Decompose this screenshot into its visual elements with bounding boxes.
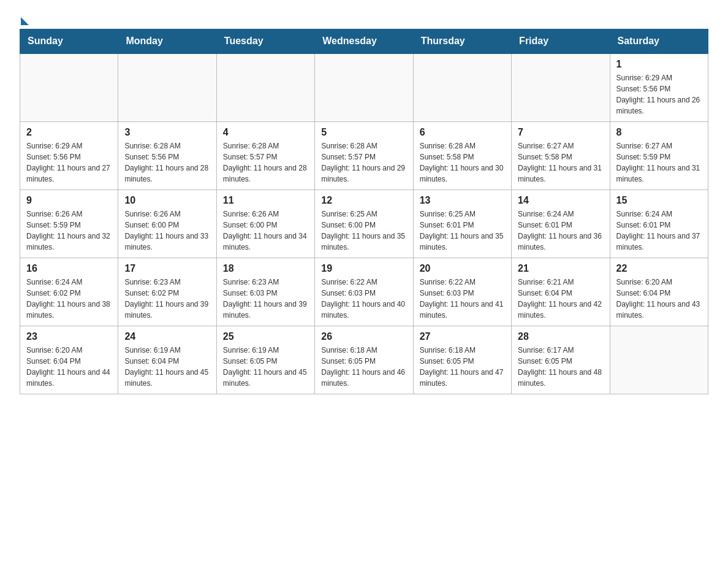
day-info: Sunrise: 6:20 AM Sunset: 6:04 PM Dayligh…	[616, 277, 702, 321]
day-number: 11	[223, 195, 308, 206]
day-info: Sunrise: 6:29 AM Sunset: 5:56 PM Dayligh…	[616, 72, 702, 117]
weekday-header-tuesday: Tuesday	[216, 29, 314, 54]
day-number: 3	[124, 127, 210, 138]
day-number: 4	[223, 127, 308, 138]
day-info: Sunrise: 6:26 AM Sunset: 6:00 PM Dayligh…	[223, 209, 308, 253]
day-info: Sunrise: 6:28 AM Sunset: 5:57 PM Dayligh…	[223, 140, 308, 185]
calendar-week-row: 23Sunrise: 6:20 AM Sunset: 6:04 PM Dayli…	[20, 326, 708, 394]
calendar-week-row: 1Sunrise: 6:29 AM Sunset: 5:56 PM Daylig…	[20, 53, 708, 122]
day-number: 18	[223, 263, 308, 274]
weekday-header-thursday: Thursday	[413, 29, 511, 54]
day-number: 14	[518, 195, 603, 206]
weekday-header-wednesday: Wednesday	[315, 29, 413, 54]
day-number: 23	[26, 331, 112, 342]
weekday-header-monday: Monday	[118, 29, 216, 54]
calendar-cell	[216, 53, 314, 122]
calendar-cell: 1Sunrise: 6:29 AM Sunset: 5:56 PM Daylig…	[610, 53, 708, 122]
logo-triangle-icon	[21, 17, 29, 25]
calendar-cell: 14Sunrise: 6:24 AM Sunset: 6:01 PM Dayli…	[512, 190, 610, 258]
calendar-cell: 2Sunrise: 6:29 AM Sunset: 5:56 PM Daylig…	[20, 122, 118, 190]
calendar-cell: 8Sunrise: 6:27 AM Sunset: 5:59 PM Daylig…	[610, 122, 708, 190]
logo	[20, 15, 29, 23]
calendar-cell: 19Sunrise: 6:22 AM Sunset: 6:03 PM Dayli…	[315, 258, 413, 326]
weekday-header-saturday: Saturday	[610, 29, 708, 54]
day-info: Sunrise: 6:19 AM Sunset: 6:05 PM Dayligh…	[223, 345, 308, 389]
day-number: 16	[26, 263, 112, 274]
day-number: 15	[616, 195, 702, 206]
calendar-cell	[118, 53, 216, 122]
calendar-cell: 27Sunrise: 6:18 AM Sunset: 6:05 PM Dayli…	[413, 326, 511, 394]
day-number: 1	[616, 59, 702, 70]
day-number: 9	[26, 195, 112, 206]
day-info: Sunrise: 6:21 AM Sunset: 6:04 PM Dayligh…	[518, 277, 603, 321]
day-info: Sunrise: 6:29 AM Sunset: 5:56 PM Dayligh…	[26, 140, 112, 185]
calendar-cell: 9Sunrise: 6:26 AM Sunset: 5:59 PM Daylig…	[20, 190, 118, 258]
calendar-week-row: 2Sunrise: 6:29 AM Sunset: 5:56 PM Daylig…	[20, 122, 708, 190]
calendar-cell	[315, 53, 413, 122]
day-number: 6	[420, 127, 505, 138]
calendar-cell: 25Sunrise: 6:19 AM Sunset: 6:05 PM Dayli…	[216, 326, 314, 394]
day-number: 19	[321, 263, 406, 274]
day-info: Sunrise: 6:19 AM Sunset: 6:04 PM Dayligh…	[124, 345, 210, 389]
day-number: 24	[124, 331, 210, 342]
calendar-cell: 15Sunrise: 6:24 AM Sunset: 6:01 PM Dayli…	[610, 190, 708, 258]
day-number: 28	[518, 331, 603, 342]
day-info: Sunrise: 6:28 AM Sunset: 5:58 PM Dayligh…	[420, 140, 505, 185]
day-info: Sunrise: 6:24 AM Sunset: 6:01 PM Dayligh…	[518, 209, 603, 253]
day-info: Sunrise: 6:27 AM Sunset: 5:59 PM Dayligh…	[616, 140, 702, 185]
weekday-header-row: SundayMondayTuesdayWednesdayThursdayFrid…	[20, 29, 708, 54]
day-info: Sunrise: 6:17 AM Sunset: 6:05 PM Dayligh…	[518, 345, 603, 389]
day-info: Sunrise: 6:23 AM Sunset: 6:02 PM Dayligh…	[124, 277, 210, 321]
calendar-cell: 4Sunrise: 6:28 AM Sunset: 5:57 PM Daylig…	[216, 122, 314, 190]
day-number: 5	[321, 127, 406, 138]
day-number: 17	[124, 263, 210, 274]
day-info: Sunrise: 6:26 AM Sunset: 6:00 PM Dayligh…	[124, 209, 210, 253]
day-number: 2	[26, 127, 112, 138]
calendar-cell: 21Sunrise: 6:21 AM Sunset: 6:04 PM Dayli…	[512, 258, 610, 326]
day-info: Sunrise: 6:23 AM Sunset: 6:03 PM Dayligh…	[223, 277, 308, 321]
calendar-cell: 20Sunrise: 6:22 AM Sunset: 6:03 PM Dayli…	[413, 258, 511, 326]
weekday-header-sunday: Sunday	[20, 29, 118, 54]
calendar-cell: 18Sunrise: 6:23 AM Sunset: 6:03 PM Dayli…	[216, 258, 314, 326]
day-number: 27	[420, 331, 505, 342]
day-info: Sunrise: 6:18 AM Sunset: 6:05 PM Dayligh…	[321, 345, 406, 389]
calendar-cell: 22Sunrise: 6:20 AM Sunset: 6:04 PM Dayli…	[610, 258, 708, 326]
day-info: Sunrise: 6:24 AM Sunset: 6:02 PM Dayligh…	[26, 277, 112, 321]
day-number: 10	[124, 195, 210, 206]
calendar-cell: 26Sunrise: 6:18 AM Sunset: 6:05 PM Dayli…	[315, 326, 413, 394]
weekday-header-friday: Friday	[512, 29, 610, 54]
day-number: 22	[616, 263, 702, 274]
day-info: Sunrise: 6:28 AM Sunset: 5:56 PM Dayligh…	[124, 140, 210, 185]
calendar-cell: 6Sunrise: 6:28 AM Sunset: 5:58 PM Daylig…	[413, 122, 511, 190]
day-number: 25	[223, 331, 308, 342]
calendar-cell	[20, 53, 118, 122]
calendar-week-row: 16Sunrise: 6:24 AM Sunset: 6:02 PM Dayli…	[20, 258, 708, 326]
day-number: 7	[518, 127, 603, 138]
calendar-cell: 17Sunrise: 6:23 AM Sunset: 6:02 PM Dayli…	[118, 258, 216, 326]
calendar-cell	[610, 326, 708, 394]
calendar-cell: 16Sunrise: 6:24 AM Sunset: 6:02 PM Dayli…	[20, 258, 118, 326]
calendar-cell: 5Sunrise: 6:28 AM Sunset: 5:57 PM Daylig…	[315, 122, 413, 190]
day-info: Sunrise: 6:20 AM Sunset: 6:04 PM Dayligh…	[26, 345, 112, 389]
calendar-cell: 28Sunrise: 6:17 AM Sunset: 6:05 PM Dayli…	[512, 326, 610, 394]
calendar-table: SundayMondayTuesdayWednesdayThursdayFrid…	[20, 29, 708, 394]
day-info: Sunrise: 6:25 AM Sunset: 6:00 PM Dayligh…	[321, 209, 406, 253]
day-number: 21	[518, 263, 603, 274]
calendar-cell: 13Sunrise: 6:25 AM Sunset: 6:01 PM Dayli…	[413, 190, 511, 258]
calendar-cell	[413, 53, 511, 122]
day-info: Sunrise: 6:18 AM Sunset: 6:05 PM Dayligh…	[420, 345, 505, 389]
day-info: Sunrise: 6:24 AM Sunset: 6:01 PM Dayligh…	[616, 209, 702, 253]
calendar-cell: 12Sunrise: 6:25 AM Sunset: 6:00 PM Dayli…	[315, 190, 413, 258]
day-info: Sunrise: 6:28 AM Sunset: 5:57 PM Dayligh…	[321, 140, 406, 185]
day-info: Sunrise: 6:22 AM Sunset: 6:03 PM Dayligh…	[420, 277, 505, 321]
day-number: 12	[321, 195, 406, 206]
day-number: 8	[616, 127, 702, 138]
calendar-cell	[512, 53, 610, 122]
day-number: 20	[420, 263, 505, 274]
day-number: 13	[420, 195, 505, 206]
calendar-cell: 11Sunrise: 6:26 AM Sunset: 6:00 PM Dayli…	[216, 190, 314, 258]
calendar-week-row: 9Sunrise: 6:26 AM Sunset: 5:59 PM Daylig…	[20, 190, 708, 258]
calendar-cell: 7Sunrise: 6:27 AM Sunset: 5:58 PM Daylig…	[512, 122, 610, 190]
calendar-cell: 3Sunrise: 6:28 AM Sunset: 5:56 PM Daylig…	[118, 122, 216, 190]
day-info: Sunrise: 6:25 AM Sunset: 6:01 PM Dayligh…	[420, 209, 505, 253]
